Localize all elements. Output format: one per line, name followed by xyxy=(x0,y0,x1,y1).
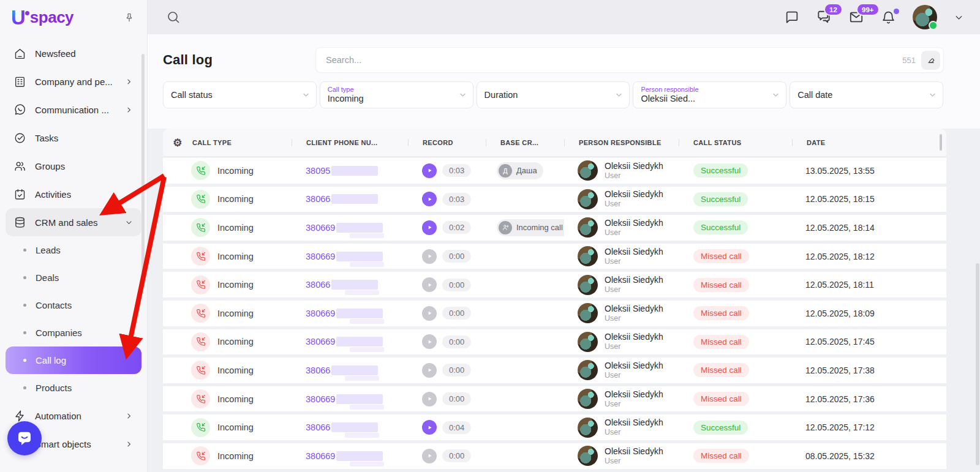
column-header-record[interactable]: RECORD xyxy=(408,139,486,146)
person-role: User xyxy=(605,285,663,294)
filter-duration[interactable]: Duration xyxy=(477,81,630,108)
search-input[interactable] xyxy=(325,54,897,66)
table-row[interactable]: Incoming380660:04Oleksii SiedykhUserSucc… xyxy=(163,414,946,440)
table-row[interactable]: Incoming3806690:00Oleksii SiedykhUserMis… xyxy=(163,386,946,412)
person-role: User xyxy=(605,257,663,266)
client-phone-link[interactable]: 380669 xyxy=(306,252,335,261)
play-record-button[interactable] xyxy=(422,220,437,235)
crm-entity-label: Даша xyxy=(516,166,537,175)
client-phone-link[interactable]: 38066 xyxy=(306,280,330,290)
sidebar-item-deals[interactable]: Deals xyxy=(6,264,141,291)
profile-menu-chevron-icon[interactable] xyxy=(954,12,964,23)
feedback-chat-icon[interactable] xyxy=(784,10,799,25)
table-row[interactable]: Incoming380950:03ДДашаOleksii SiedykhUse… xyxy=(163,158,946,184)
play-record-button[interactable] xyxy=(422,334,437,349)
crm-entity-chip[interactable]: ДДаша xyxy=(497,162,543,179)
table-row[interactable]: Incoming3806690:00Oleksii SiedykhUserMis… xyxy=(163,301,946,326)
table-row[interactable]: Incoming3806690:02Incoming call 3...Olek… xyxy=(163,215,946,241)
support-chat-launcher-button[interactable] xyxy=(7,421,42,455)
sidebar-header: U spacy xyxy=(0,0,147,36)
sidebar-item-tasks[interactable]: Tasks xyxy=(6,124,141,152)
page-scrollbar-thumb[interactable] xyxy=(976,263,979,465)
column-header-person-responsible[interactable]: PERSON RESPONSIBLE xyxy=(564,139,679,146)
client-phone-link[interactable]: 38066 xyxy=(306,422,330,432)
table-row[interactable]: Incoming380660:00Oleksii SiedykhUserMiss… xyxy=(163,272,946,298)
sidebar-item-newsfeed[interactable]: Newsfeed xyxy=(6,39,141,67)
client-phone-link[interactable]: 380669 xyxy=(306,337,335,347)
play-record-button[interactable] xyxy=(422,163,437,178)
client-phone-link[interactable]: 380669 xyxy=(306,451,335,461)
sidebar-item-groups[interactable]: Groups xyxy=(6,152,141,180)
client-phone-link[interactable]: 38066 xyxy=(306,194,330,204)
filter-value: Incoming xyxy=(328,94,457,104)
chat-bubble-icon xyxy=(15,429,34,448)
column-header-call-type[interactable]: CALL TYPE xyxy=(186,139,292,146)
sidebar-item-companies[interactable]: Companies xyxy=(6,319,141,347)
filter-call-status[interactable]: Call status xyxy=(163,81,317,108)
play-record-button[interactable] xyxy=(422,249,437,264)
sidebar-item-call-log[interactable]: Call log xyxy=(6,347,141,374)
client-phone-link[interactable]: 380669 xyxy=(306,394,335,404)
mail-icon[interactable]: 99+ xyxy=(848,9,864,25)
sidebar-item-contacts[interactable]: Contacts xyxy=(6,291,141,319)
table-row[interactable]: Incoming380660:00Oleksii SiedykhUserMiss… xyxy=(163,358,946,383)
client-phone-link[interactable]: 380669 xyxy=(306,309,335,318)
play-record-button[interactable] xyxy=(422,363,437,378)
clear-search-button[interactable] xyxy=(921,51,940,70)
client-phone-link[interactable]: 380669 xyxy=(306,223,335,233)
column-header-client-phone[interactable]: CLIENT PHONE NU... xyxy=(292,139,408,146)
play-record-button[interactable] xyxy=(422,392,437,406)
play-record-button[interactable] xyxy=(422,449,437,463)
phone-cell: 38095 xyxy=(292,166,408,176)
logo-dot xyxy=(25,11,29,15)
messenger-icon[interactable]: 12 xyxy=(816,9,832,25)
call-type-label: Incoming xyxy=(217,365,254,375)
play-record-button[interactable] xyxy=(422,277,437,292)
sidebar-item-company-and-pe[interactable]: Company and pe... xyxy=(6,67,141,96)
table-row[interactable]: Incoming380660:03Oleksii SiedykhUserSucc… xyxy=(163,187,946,212)
user-avatar[interactable] xyxy=(913,5,937,29)
client-phone-link[interactable]: 38066 xyxy=(306,365,330,375)
person-name: Oleksii Siedykh xyxy=(605,446,663,457)
play-record-button[interactable] xyxy=(422,420,437,435)
call-type-label: Incoming xyxy=(217,309,254,318)
chevron-down-icon xyxy=(458,91,467,100)
play-record-button[interactable] xyxy=(422,192,437,206)
crm-icon xyxy=(13,216,26,229)
filter-person-responsible[interactable]: Person responsible Oleksii Sied... xyxy=(633,81,786,108)
column-header-date[interactable]: DATE xyxy=(792,139,946,146)
filter-call-type[interactable]: Call type Incoming xyxy=(320,81,473,108)
table-scrollbar-thumb[interactable] xyxy=(940,134,942,151)
table-row[interactable]: Incoming3806690:00Oleksii SiedykhUserMis… xyxy=(163,244,946,269)
filter-call-date[interactable]: Call date xyxy=(790,81,943,108)
uspacy-app: U spacy NewsfeedCompany and pe...Communi… xyxy=(0,0,980,472)
sidebar-item-crm-and-sales[interactable]: CRM and sales xyxy=(6,208,141,236)
record-cell: 0:00 xyxy=(408,392,486,406)
play-record-button[interactable] xyxy=(422,306,437,321)
table-row[interactable]: Incoming3806690:00Oleksii SiedykhUserMis… xyxy=(163,443,946,469)
call-status-cell: Missed call xyxy=(679,249,792,263)
date-cell: 12.05.2025, 18:11 xyxy=(792,280,946,290)
column-header-base-crm[interactable]: BASE CR... xyxy=(486,139,564,146)
person-role: User xyxy=(605,200,663,209)
column-header-call-status[interactable]: CALL STATUS xyxy=(679,139,792,146)
sidebar-item-activities[interactable]: Activities xyxy=(6,180,141,208)
sidebar-item-leads[interactable]: Leads xyxy=(6,236,141,264)
sidebar-item-label: Smart objects xyxy=(35,439,91,449)
crm-entity-chip[interactable]: Incoming call 3... xyxy=(497,219,564,236)
notifications-bell-icon[interactable] xyxy=(881,10,896,25)
groups-icon xyxy=(13,160,26,173)
sidebar-scrollbar[interactable] xyxy=(141,54,145,275)
table-row[interactable]: Incoming3806690:00Oleksii SiedykhUserMis… xyxy=(163,329,946,355)
table-settings-gear-icon[interactable]: ⚙ xyxy=(173,138,183,148)
client-phone-link[interactable]: 38095 xyxy=(306,166,330,176)
chevron-down-icon xyxy=(614,91,624,100)
pin-sidebar-icon[interactable] xyxy=(124,12,135,23)
uspacy-logo[interactable]: U spacy xyxy=(11,7,74,29)
search-icon[interactable] xyxy=(166,10,181,24)
sidebar-item-communication[interactable]: Communication ... xyxy=(6,96,141,124)
duration-badge: 0:02 xyxy=(442,221,471,234)
sidebar-item-products[interactable]: Products xyxy=(6,374,141,402)
sidebar-item-label: Companies xyxy=(36,328,82,338)
phone-cell: 380669 xyxy=(292,223,408,233)
